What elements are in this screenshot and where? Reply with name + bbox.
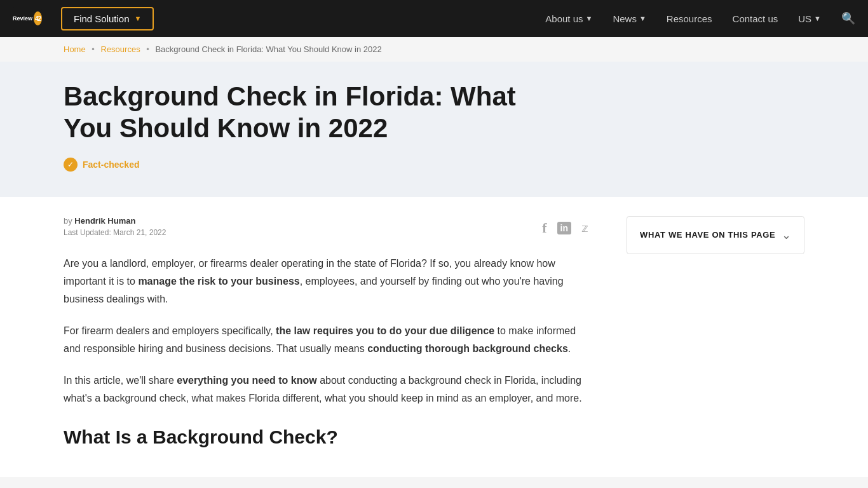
sidebar: WHAT WE HAVE ON THIS PAGE ⌄ [614, 197, 804, 477]
main-layout: by Hendrik Human Last Updated: March 21,… [0, 197, 868, 477]
paragraph-1: Are you a landlord, employer, or firearm… [64, 255, 588, 308]
article-title: Background Check in Florida: What You Sh… [64, 81, 540, 145]
article-meta: by Hendrik Human Last Updated: March 21,… [64, 216, 588, 237]
toc-box: WHAT WE HAVE ON THIS PAGE ⌄ [627, 216, 804, 254]
toc-toggle[interactable]: WHAT WE HAVE ON THIS PAGE ⌄ [640, 228, 791, 242]
logo-link[interactable]: Review42 [13, 7, 42, 30]
paragraph-2: For firearm dealers and employers specif… [64, 322, 588, 358]
nav-us[interactable]: US ▼ [798, 13, 821, 24]
bold-law-requires: the law requires you to do your due dili… [276, 325, 494, 336]
main-nav: About us ▼ News ▼ Resources Contact us U… [545, 11, 855, 25]
article-body: Are you a landlord, employer, or firearm… [64, 255, 588, 448]
nav-contact-us[interactable]: Contact us [733, 13, 778, 24]
author-info: by Hendrik Human Last Updated: March 21,… [64, 216, 166, 237]
search-icon[interactable]: 🔍 [841, 11, 855, 25]
breadcrumb-sep-1: • [92, 44, 95, 54]
hero-section: Background Check in Florida: What You Sh… [0, 62, 868, 197]
breadcrumb: Home • Resources • Background Check in F… [0, 37, 868, 62]
bold-everything-need: everything you need to know [177, 375, 316, 386]
fact-checked-badge: ✓ Fact-checked [64, 158, 804, 172]
breadcrumb-home-link[interactable]: Home [64, 44, 86, 54]
nav-news[interactable]: News ▼ [613, 13, 646, 24]
by-text: by [64, 216, 72, 226]
find-solution-chevron-icon: ▼ [135, 15, 142, 22]
author-name: Hendrik Human [74, 216, 135, 226]
toc-chevron-icon: ⌄ [782, 228, 791, 242]
breadcrumb-sep-2: • [146, 44, 149, 54]
bold-manage-risk: manage the risk to your business [138, 276, 299, 287]
news-caret-icon: ▼ [639, 15, 646, 22]
article-content: by Hendrik Human Last Updated: March 21,… [64, 197, 588, 477]
bold-background-checks: conducting thorough background checks [367, 343, 568, 354]
social-icons: f in 𝕫 [542, 216, 588, 236]
fact-check-icon: ✓ [64, 158, 78, 172]
fact-checked-label: Fact-checked [83, 159, 139, 170]
logo-icon: Review42 [13, 7, 42, 30]
nav-about-us[interactable]: About us ▼ [545, 13, 592, 24]
nav-resources[interactable]: Resources [667, 13, 712, 24]
us-caret-icon: ▼ [814, 15, 821, 22]
twitter-share-icon[interactable]: 𝕫 [581, 221, 588, 235]
navbar: Review42 Find Solution ▼ About us ▼ News… [0, 0, 868, 37]
facebook-share-icon[interactable]: f [542, 220, 546, 236]
about-us-caret-icon: ▼ [586, 15, 593, 22]
linkedin-share-icon[interactable]: in [557, 222, 571, 234]
find-solution-button[interactable]: Find Solution ▼ [61, 7, 154, 30]
section-1-heading: What Is a Background Check? [64, 426, 588, 448]
paragraph-3: In this article, we'll share everything … [64, 372, 588, 407]
last-updated: Last Updated: March 21, 2022 [64, 228, 166, 237]
breadcrumb-current: Background Check in Florida: What You Sh… [155, 44, 381, 54]
toc-title: WHAT WE HAVE ON THIS PAGE [640, 230, 775, 240]
breadcrumb-resources-link[interactable]: Resources [101, 44, 140, 54]
